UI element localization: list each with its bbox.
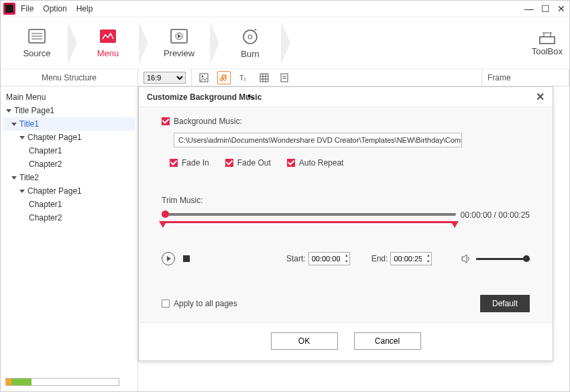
aspect-ratio-select[interactable]: 16:9: [144, 72, 186, 84]
auto-repeat-checkbox[interactable]: Auto Repeat: [287, 158, 344, 168]
fade-out-checkbox[interactable]: Fade Out: [225, 158, 271, 168]
trim-end-handle[interactable]: [451, 221, 459, 228]
apply-all-label: Apply to all pages: [174, 299, 237, 308]
menu-help[interactable]: Help: [76, 4, 93, 13]
step-menu-label: Menu: [97, 48, 119, 58]
volume-thumb[interactable]: [523, 255, 530, 262]
step-preview[interactable]: Preview: [150, 19, 209, 66]
trim-time-display: 00:00:00 / 00:00:25: [461, 210, 530, 220]
svg-rect-18: [260, 74, 268, 82]
source-icon: [27, 28, 46, 44]
step-preview-label: Preview: [164, 48, 194, 58]
tree-title2[interactable]: Title2: [3, 171, 135, 184]
music-icon[interactable]: [217, 71, 231, 84]
tree-title-page1[interactable]: Title Page1: [3, 104, 135, 117]
background-music-checkbox[interactable]: Background Music:: [162, 117, 242, 126]
volume-slider[interactable]: [476, 258, 530, 260]
default-button[interactable]: Default: [480, 295, 530, 312]
tree-chapter1b[interactable]: Chapter1: [3, 198, 135, 211]
tree-chapter2b[interactable]: Chapter2: [3, 211, 135, 224]
tree-title1[interactable]: Title1: [3, 117, 135, 131]
trim-slider[interactable]: 00:00:00 / 00:00:25: [162, 209, 530, 232]
grid-icon[interactable]: [258, 71, 271, 84]
menu-tree[interactable]: Main Menu Title Page1 Title1 Chapter Pag…: [1, 86, 138, 391]
sub-toolbar: Menu Structure 16:9 TI Frame: [1, 69, 569, 86]
tree-chapter2a[interactable]: Chapter2: [3, 157, 135, 171]
play-button[interactable]: [162, 252, 175, 265]
start-time-input[interactable]: [308, 252, 350, 265]
menu-bar: File Option Help: [21, 4, 93, 13]
fade-in-checkbox[interactable]: Fade In: [170, 158, 209, 168]
cancel-button[interactable]: Cancel: [354, 332, 421, 350]
page-icon[interactable]: [278, 71, 291, 84]
menu-structure-header: Menu Structure: [1, 69, 138, 86]
volume-icon[interactable]: [461, 254, 472, 263]
tree-chapter-page1a[interactable]: Chapter Page1: [3, 131, 135, 144]
toolbox-icon: [537, 30, 557, 46]
fade-out-label: Fade Out: [237, 158, 271, 168]
aspect-ratio-cell: 16:9: [138, 69, 192, 86]
fade-in-label: Fade In: [182, 158, 209, 168]
svg-rect-23: [281, 74, 288, 82]
end-label: End:: [372, 254, 388, 263]
close-button[interactable]: ✕: [556, 3, 567, 14]
tree-chapter-page1b[interactable]: Chapter Page1: [3, 184, 135, 198]
svg-marker-7: [178, 34, 181, 38]
title-bar: File Option Help — ☐ ✕: [1, 1, 569, 17]
step-bar: Source Menu Preview Burn ToolBox: [1, 17, 569, 69]
svg-rect-10: [540, 37, 555, 44]
minimize-button[interactable]: —: [524, 3, 534, 14]
dialog-title: Customize Background Music: [147, 92, 262, 102]
burn-icon: [241, 27, 260, 45]
menu-file[interactable]: File: [21, 4, 34, 13]
tree-main-menu[interactable]: Main Menu: [3, 90, 135, 104]
svg-point-8: [243, 30, 257, 44]
trim-position-thumb[interactable]: [162, 210, 169, 218]
customize-music-dialog: Customize Background Music ✕ Background …: [138, 86, 553, 361]
step-burn[interactable]: Burn: [221, 19, 280, 66]
status-bar: [5, 376, 565, 388]
background-music-label: Background Music:: [174, 117, 242, 126]
menu-icon: [99, 28, 117, 44]
step-source-label: Source: [23, 48, 50, 58]
dialog-close-icon[interactable]: ✕: [536, 90, 545, 103]
ok-button[interactable]: OK: [271, 332, 338, 350]
maximize-button[interactable]: ☐: [540, 3, 551, 14]
svg-rect-4: [100, 29, 116, 43]
end-time-input[interactable]: [390, 252, 432, 265]
step-toolbox-label: ToolBox: [532, 46, 563, 56]
svg-marker-26: [462, 255, 467, 263]
frame-header: Frame: [482, 69, 569, 86]
trim-start-handle[interactable]: [159, 221, 167, 228]
image-icon[interactable]: [197, 71, 211, 84]
preview-icon: [170, 28, 188, 44]
text-icon[interactable]: TI: [237, 71, 251, 84]
trim-music-label: Trim Music:: [162, 196, 530, 205]
step-source[interactable]: Source: [7, 19, 66, 66]
step-toolbox[interactable]: ToolBox: [532, 30, 563, 56]
apply-all-checkbox[interactable]: Apply to all pages: [162, 299, 237, 308]
svg-point-9: [248, 35, 252, 39]
app-icon: [3, 3, 15, 15]
svg-text:I: I: [244, 76, 245, 82]
step-menu[interactable]: Menu: [78, 19, 137, 66]
disc-usage-bar: [5, 378, 119, 386]
svg-text:T: T: [239, 74, 244, 82]
tree-chapter1a[interactable]: Chapter1: [3, 144, 135, 157]
music-path-field[interactable]: C:\Users\admin\Documents\Wondershare DVD…: [174, 133, 462, 147]
svg-point-15: [202, 75, 204, 77]
start-label: Start:: [286, 254, 306, 263]
stop-button[interactable]: [183, 255, 190, 262]
step-burn-label: Burn: [241, 49, 259, 59]
auto-repeat-label: Auto Repeat: [299, 158, 344, 168]
menu-option[interactable]: Option: [43, 4, 66, 13]
